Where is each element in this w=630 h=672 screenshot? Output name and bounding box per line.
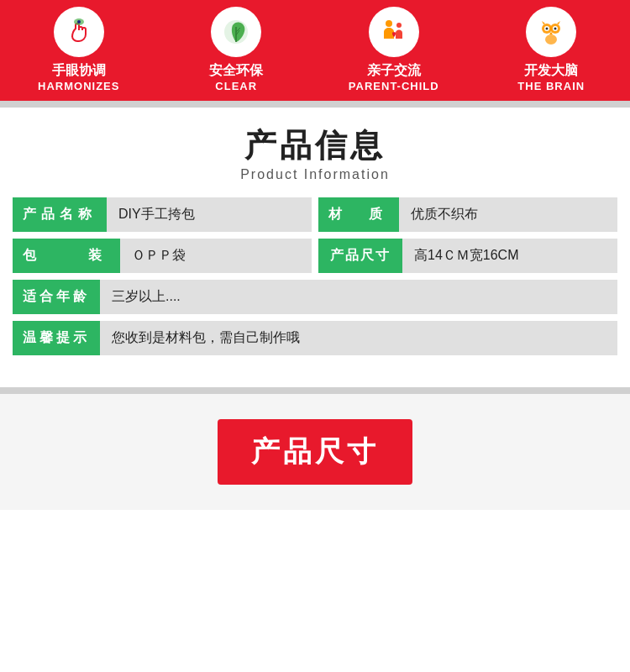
notice-label: 温馨提示 — [13, 321, 100, 355]
material-value: 优质不织布 — [399, 197, 617, 232]
product-info-section: 产品信息 Product Information 产品名称 DIY手工挎包 材 … — [0, 108, 630, 387]
dimensions-cell: 产品尺寸 高14ＣＭ宽16CM — [318, 239, 617, 273]
title-chinese: 产品信息 — [13, 124, 617, 167]
product-name-cell: 产品名称 DIY手工挎包 — [13, 197, 312, 232]
divider-bottom — [0, 387, 630, 394]
banner-cn-parent: 亲子交流 — [367, 62, 421, 80]
svg-point-17 — [545, 34, 557, 45]
title-english: Product Information — [13, 167, 617, 182]
svg-point-8 — [386, 20, 392, 27]
svg-point-16 — [554, 28, 557, 30]
product-name-label: 产品名称 — [13, 197, 107, 232]
packaging-cell: 包 装 ＯＰＰ袋 — [13, 239, 312, 273]
svg-point-2 — [77, 20, 81, 24]
parent-child-icon — [369, 7, 419, 57]
size-title: 产品尺寸 — [218, 419, 412, 485]
banner-item-parent-child: 亲子交流 PARENT-CHILD — [315, 7, 473, 92]
dimensions-label: 产品尺寸 — [318, 239, 402, 273]
banner-en-parent: PARENT-CHILD — [349, 80, 439, 92]
banner-item-clear: 安全环保 CLEAR — [158, 7, 316, 92]
packaging-label: 包 装 — [13, 239, 120, 273]
info-row-age: 适合年龄 三岁以上.... — [13, 280, 617, 314]
banner-cn-clear: 安全环保 — [209, 62, 263, 80]
banner-item-brain: 开发大脑 THE BRAIN — [473, 7, 631, 92]
divider-top — [0, 101, 630, 108]
svg-point-15 — [546, 28, 549, 30]
banner-cn-harmonizes: 手眼协调 — [52, 62, 106, 80]
size-section: 产品尺寸 — [0, 394, 630, 510]
banner-en-clear: CLEAR — [215, 80, 257, 92]
banner-item-harmonizes: 手眼协调 HARMONIZES — [0, 7, 158, 92]
info-row-1: 产品名称 DIY手工挎包 材 质 优质不织布 — [13, 197, 617, 232]
material-cell: 材 质 优质不织布 — [318, 197, 617, 232]
banner-en-brain: THE BRAIN — [517, 80, 585, 92]
banner-cn-brain: 开发大脑 — [524, 62, 578, 80]
age-value: 三岁以上.... — [100, 280, 617, 314]
section-title: 产品信息 Product Information — [13, 124, 617, 182]
banner-en-harmonizes: HARMONIZES — [38, 80, 119, 92]
product-name-value: DIY手工挎包 — [107, 197, 312, 232]
brain-icon — [526, 7, 576, 57]
info-row-2: 包 装 ＯＰＰ袋 产品尺寸 高14ＣＭ宽16CM — [13, 239, 617, 273]
packaging-value: ＯＰＰ袋 — [120, 239, 312, 273]
info-row-notice: 温馨提示 您收到是材料包，需自己制作哦 — [13, 321, 617, 355]
svg-point-9 — [396, 23, 402, 28]
dimensions-value: 高14ＣＭ宽16CM — [402, 239, 617, 273]
material-label: 材 质 — [318, 197, 399, 232]
eye-hand-icon — [54, 7, 104, 57]
top-banner: 手眼协调 HARMONIZES 安全环保 CLEAR — [0, 0, 630, 101]
age-label: 适合年龄 — [13, 280, 100, 314]
notice-value: 您收到是材料包，需自己制作哦 — [100, 321, 617, 355]
leaf-icon — [211, 7, 261, 57]
